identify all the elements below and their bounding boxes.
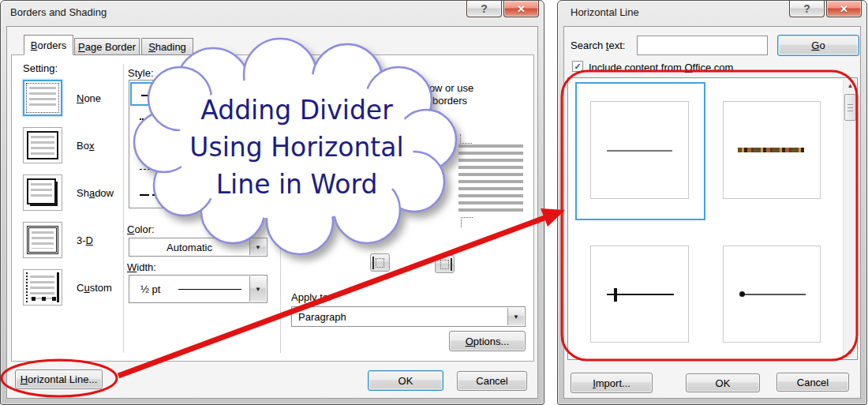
chevron-down-icon[interactable]: ▼ (507, 308, 524, 325)
go-button[interactable]: Go (777, 35, 859, 56)
style-item-dash-dot[interactable] (130, 183, 266, 207)
close-icon[interactable]: ✕ (503, 1, 539, 17)
width-label: Width: (127, 261, 156, 273)
setting-option-box[interactable] (23, 127, 62, 163)
color-value: Automatic (129, 242, 249, 253)
help-icon[interactable]: ? (789, 1, 825, 17)
threed-preview (27, 226, 58, 254)
width-value: ½ pt (140, 283, 160, 295)
setting-option-box-label: Box (77, 140, 94, 152)
dashed-line-sample (140, 144, 219, 145)
gallery-item-dot-end-line[interactable] (723, 246, 821, 343)
apply-to-combobox[interactable]: Paragraph ▼ (291, 306, 526, 327)
check-icon: ✓ (574, 62, 581, 72)
style-listbox (129, 80, 268, 208)
box-preview (27, 131, 58, 159)
shadow-preview (27, 178, 56, 204)
tab-borders[interactable]: Borders (24, 35, 73, 55)
setting-option-shadow[interactable] (23, 174, 62, 211)
setting-option-custom[interactable] (23, 269, 62, 306)
horizontal-line-button[interactable]: Horizontal Line... (15, 369, 103, 389)
apply-to-value: Paragraph (298, 311, 346, 323)
column-divider (280, 64, 281, 353)
left-border-icon (376, 258, 384, 268)
style-item-dotted[interactable] (130, 107, 266, 131)
dialog-title: Borders and Shading (10, 1, 107, 24)
column-divider (123, 64, 124, 353)
ok-button[interactable]: OK (368, 370, 443, 391)
style-label: Style: (128, 67, 154, 79)
cancel-button[interactable]: Cancel (776, 373, 849, 392)
tab-shading[interactable]: Shading (141, 38, 193, 55)
gallery-item-plain-line[interactable] (590, 101, 689, 199)
preview-corner-mark (460, 134, 472, 144)
dot-line-sample (743, 294, 806, 295)
color-label: Color: (127, 223, 155, 235)
close-icon[interactable]: ✕ (826, 1, 862, 17)
small-dash-line-sample (140, 169, 219, 170)
setting-option-3d[interactable] (23, 222, 62, 258)
style-item-dashed[interactable] (130, 133, 266, 156)
chevron-down-icon[interactable]: ▼ (249, 276, 266, 302)
solid-line-sample (141, 95, 217, 96)
setting-option-shadow-label: Shadow (77, 187, 114, 199)
ok-button[interactable]: OK (686, 373, 760, 392)
search-text-label: Search text: (571, 39, 625, 51)
include-office-checkbox[interactable]: ✓ (572, 61, 583, 72)
preview-hint-line1: low or use (427, 82, 473, 94)
color-combobox[interactable]: Automatic ▼ (129, 238, 268, 257)
setting-option-none-label: None (77, 92, 101, 104)
cancel-button[interactable]: Cancel (457, 371, 527, 391)
dash-dot-line-sample (140, 194, 219, 196)
plus-end-cap (614, 288, 617, 302)
tab-page-border[interactable]: Page Border (74, 38, 140, 55)
apply-to-label: Apply to: (291, 291, 331, 303)
custom-preview (26, 272, 59, 302)
scrollbar-thumb[interactable] (844, 94, 856, 121)
gallery-scrollbar[interactable]: ▲ ▼ (843, 79, 856, 358)
preview-text-block (458, 144, 523, 212)
right-border-button[interactable] (435, 255, 455, 273)
setting-option-3d-label: 3-D (77, 234, 93, 246)
preview-corner-mark (461, 217, 473, 227)
width-preview-line (178, 289, 241, 290)
right-border-icon (440, 260, 449, 269)
help-icon[interactable]: ? (466, 1, 502, 17)
chevron-down-icon[interactable]: ▼ (249, 239, 266, 255)
none-preview (29, 87, 56, 109)
dot-end-cap (739, 291, 745, 297)
plain-line-sample (607, 150, 672, 152)
setting-option-none[interactable] (23, 80, 62, 116)
options-button[interactable]: Options... (449, 331, 526, 351)
search-input[interactable] (637, 36, 768, 55)
style-item-solid[interactable] (130, 82, 266, 106)
preview-hint-line2: borders (432, 95, 467, 107)
scroll-down-icon[interactable]: ▼ (844, 346, 857, 358)
style-item-small-dash[interactable] (130, 158, 266, 182)
scroll-up-icon[interactable]: ▲ (844, 79, 857, 92)
borders-and-shading-dialog: Borders and Shading ? ✕ Borders Page Bor… (0, 0, 544, 405)
dialog-title: Horizontal Line (571, 1, 639, 24)
gallery-item-decorative-line[interactable] (723, 101, 821, 199)
left-border-button[interactable] (370, 253, 390, 272)
width-combobox[interactable]: ½ pt ▼ (129, 275, 268, 303)
setting-option-custom-label: Custom (77, 282, 112, 294)
include-office-label: Include content from Office.com (589, 62, 733, 73)
decorative-line-sample (738, 148, 804, 152)
dotted-line-sample (140, 118, 219, 120)
setting-label: Setting: (23, 62, 58, 74)
import-button[interactable]: Import... (571, 373, 653, 393)
gallery-item-plus-end-line[interactable] (590, 246, 689, 343)
horizontal-line-dialog: Horizontal Line ? ✕ Search text: Go ✓ In… (557, 0, 867, 405)
